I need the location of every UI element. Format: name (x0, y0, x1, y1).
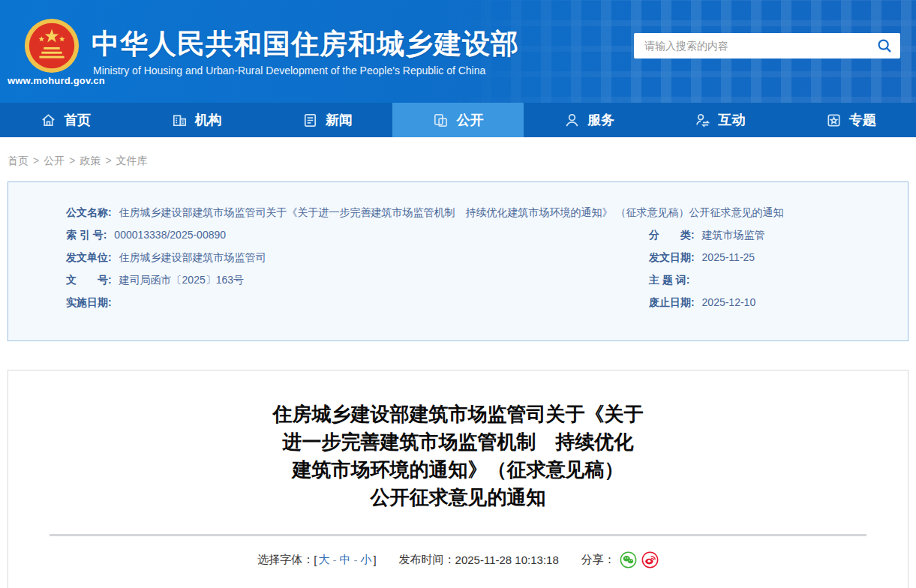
breadcrumb-home[interactable]: 首页 (8, 154, 29, 166)
font-dash: - (353, 554, 357, 566)
doc-issuer-row: 发文单位: 住房城乡建设部建筑市场监管司 (66, 246, 649, 268)
title-divider (50, 534, 866, 536)
nav-item-home[interactable]: 首页 (0, 103, 131, 137)
publish-time-label: 发布时间： (399, 553, 455, 567)
bracket: [ (314, 554, 317, 566)
nav-item-disclosure[interactable]: 公开 (392, 103, 523, 137)
doc-name-value: 住房城乡建设部建筑市场监管司关于《关于进一步完善建筑市场监管机制 持续优化建筑市… (119, 206, 784, 218)
search-box (634, 33, 900, 58)
doc-issuer-value: 住房城乡建设部建筑市场监管司 (119, 251, 266, 263)
article-card: 住房城乡建设部建筑市场监管司关于《关于 进一步完善建筑市场监管机制 持续优化 建… (8, 370, 908, 588)
doc-repeal-date-row: 废止日期: 2025-12-10 (649, 291, 878, 314)
doc-repeal-date-value: 2025-12-10 (702, 296, 756, 308)
publish-time-group: 发布时间： 2025-11-28 10:13:18 (399, 553, 559, 567)
breadcrumb-library[interactable]: 文件库 (116, 154, 148, 166)
doc-name-label: 公文名称: (66, 206, 112, 218)
font-select-label: 选择字体： (257, 553, 314, 567)
interaction-icon (694, 112, 711, 129)
topic-icon (825, 112, 842, 129)
service-icon (563, 112, 581, 129)
doc-category-value: 建筑市场监管 (702, 229, 765, 241)
breadcrumb-separator: > (33, 154, 39, 166)
font-size-medium[interactable]: 中 (339, 553, 350, 567)
home-icon (40, 112, 57, 129)
nav-label: 新闻 (326, 111, 353, 129)
breadcrumb-disclosure[interactable]: 公开 (44, 154, 65, 166)
doc-keywords-label: 主 题 词: (649, 274, 689, 286)
article-title-line: 住房城乡建设部建筑市场监管司关于《关于 (8, 400, 908, 428)
share-label: 分享： (581, 553, 615, 567)
doc-category-label: 分 类: (649, 229, 695, 241)
nav-label: 服务 (587, 111, 614, 129)
font-size-selector: 选择字体： [ 大 - 中 - 小 ] (257, 553, 376, 567)
font-size-large[interactable]: 大 (318, 553, 329, 567)
breadcrumb-separator: > (69, 154, 75, 166)
weibo-icon[interactable] (641, 551, 659, 568)
doc-repeal-date-label: 废止日期: (649, 296, 695, 308)
site-subtitle: Ministry of Housing and Urban-Rural Deve… (93, 64, 485, 76)
site-header: www.mohurd.gov.cn 中华人民共和国住房和城乡建设部 Minist… (0, 0, 916, 103)
doc-info-grid: 索 引 号: 000013338/2025-00890 分 类: 建筑市场监管 … (66, 224, 878, 314)
search-icon[interactable] (876, 38, 893, 54)
main-nav: 首页 机构 新闻 公开 服务 互动 专题 (0, 103, 916, 137)
nav-item-topic[interactable]: 专题 (785, 103, 916, 137)
doc-issue-date-label: 发文日期: (649, 251, 695, 263)
doc-number-row: 文 号: 建司局函市〔2025〕163号 (66, 268, 649, 291)
nav-label: 互动 (718, 111, 745, 129)
breadcrumb-policy[interactable]: 政策 (80, 154, 101, 166)
article-meta-row: 选择字体： [ 大 - 中 - 小 ] 发布时间： 2025-11-28 10:… (8, 551, 908, 568)
search-input[interactable] (644, 40, 876, 52)
nav-item-interaction[interactable]: 互动 (654, 103, 785, 137)
share-group: 分享： (581, 551, 659, 568)
article-title-line: 建筑市场环境的通知》（征求意见稿） (8, 456, 908, 484)
breadcrumb: 首页>公开>政策>文件库 (8, 154, 148, 166)
wechat-icon[interactable] (620, 551, 637, 568)
nav-label: 首页 (64, 111, 91, 129)
doc-index-row: 索 引 号: 000013338/2025-00890 (66, 224, 649, 246)
nav-item-news[interactable]: 新闻 (262, 103, 392, 137)
site-url: www.mohurd.gov.cn (8, 75, 99, 86)
article-title-line: 公开征求意见的通知 (8, 484, 908, 512)
news-icon (302, 112, 319, 129)
doc-issue-date-row: 发文日期: 2025-11-25 (649, 246, 878, 268)
organization-icon (171, 112, 188, 129)
doc-number-label: 文 号: (66, 274, 112, 286)
doc-index-value: 000013338/2025-00890 (114, 229, 226, 241)
publish-time-value: 2025-11-28 10:13:18 (455, 554, 559, 566)
font-dash: - (332, 554, 336, 566)
bracket: ] (373, 554, 376, 566)
document-info-box: 公文名称: 住房城乡建设部建筑市场监管司关于《关于进一步完善建筑市场监管机制 持… (8, 182, 908, 341)
breadcrumb-bar: 首页>公开>政策>文件库 (0, 137, 916, 182)
nav-label: 公开 (456, 111, 483, 129)
doc-issue-date-value: 2025-11-25 (702, 251, 755, 263)
doc-effective-date-label: 实施日期: (66, 296, 112, 308)
doc-keywords-row: 主 题 词: (649, 268, 878, 291)
nav-item-organization[interactable]: 机构 (131, 103, 261, 137)
nav-label: 专题 (849, 111, 876, 129)
nav-item-service[interactable]: 服务 (524, 103, 654, 137)
doc-effective-date-row: 实施日期: (66, 291, 649, 314)
doc-category-row: 分 类: 建筑市场监管 (649, 224, 878, 246)
doc-index-label: 索 引 号: (66, 229, 107, 241)
national-emblem-icon (23, 16, 81, 75)
font-size-small[interactable]: 小 (360, 553, 371, 567)
nav-label: 机构 (195, 111, 222, 129)
article-title: 住房城乡建设部建筑市场监管司关于《关于 进一步完善建筑市场监管机制 持续优化 建… (8, 400, 908, 512)
breadcrumb-separator: > (105, 154, 111, 166)
site-title: 中华人民共和国住房和城乡建设部 (92, 26, 519, 63)
doc-issuer-label: 发文单位: (66, 251, 112, 263)
article-title-line: 进一步完善建筑市场监管机制 持续优化 (8, 428, 908, 456)
doc-number-value: 建司局函市〔2025〕163号 (119, 274, 245, 286)
disclosure-icon (432, 112, 449, 129)
doc-name-row: 公文名称: 住房城乡建设部建筑市场监管司关于《关于进一步完善建筑市场监管机制 持… (66, 201, 878, 224)
